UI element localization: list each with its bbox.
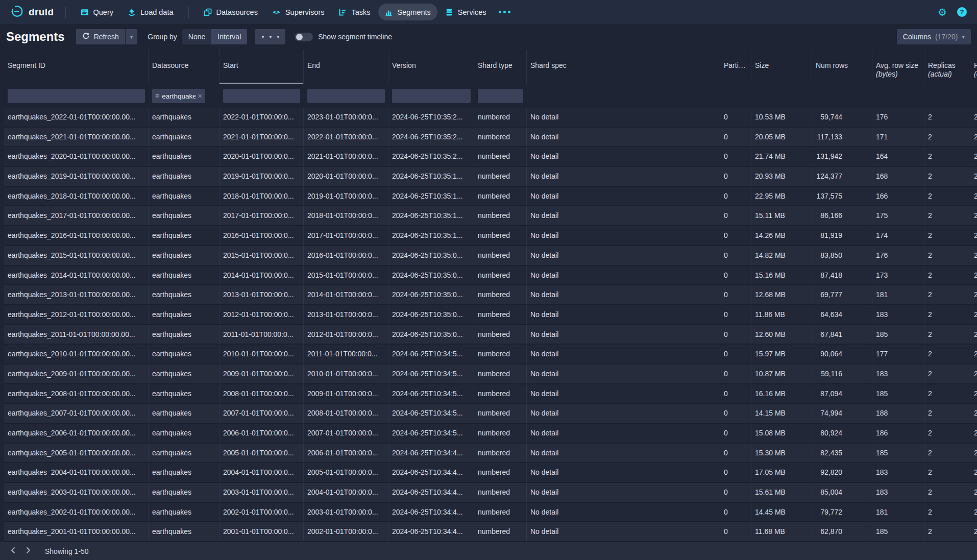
table-row[interactable]: earthquakes_2012-01-01T00:00:00.00... ea… bbox=[4, 305, 977, 325]
cell-shard-spec[interactable]: No detail bbox=[527, 128, 720, 147]
cell-end[interactable]: 2013-01-01T00:00:0... bbox=[304, 305, 388, 324]
cell-partition[interactable]: 0 bbox=[720, 463, 751, 482]
cell-num-rows[interactable]: 80,924 bbox=[812, 424, 872, 443]
cell-shard-type[interactable]: numbered bbox=[474, 128, 527, 147]
cell-datasource[interactable]: earthquakes bbox=[149, 503, 219, 522]
cell-shard-spec[interactable]: No detail bbox=[527, 226, 720, 245]
cell-size[interactable]: 17.05 MB bbox=[751, 463, 812, 482]
cell-datasource[interactable]: earthquakes bbox=[149, 246, 219, 265]
druid-brand[interactable]: druid bbox=[7, 5, 57, 20]
column-header-partition[interactable]: Partition bbox=[720, 50, 751, 84]
cell-shard-spec[interactable]: No detail bbox=[527, 147, 720, 166]
cell-avg-row-size[interactable]: 185 bbox=[872, 522, 924, 541]
cell-num-rows[interactable]: 74,994 bbox=[812, 404, 872, 423]
cell-partition[interactable]: 0 bbox=[720, 444, 751, 462]
cell-segment-id[interactable]: earthquakes_2005-01-01T00:00:00.00... bbox=[4, 444, 149, 462]
cell-start[interactable]: 2022-01-01T00:00:0... bbox=[219, 108, 304, 127]
cell-num-rows[interactable]: 67,841 bbox=[812, 325, 872, 344]
cell-shard-type[interactable]: numbered bbox=[474, 167, 527, 186]
cell-start[interactable]: 2017-01-01T00:00:0... bbox=[219, 206, 304, 225]
table-row[interactable]: earthquakes_2020-01-01T00:00:00.00... ea… bbox=[4, 147, 977, 167]
column-header-datasource[interactable]: Datasource bbox=[149, 50, 219, 84]
cell-segment-id[interactable]: earthquakes_2004-01-01T00:00:00.00... bbox=[4, 463, 149, 482]
cell-shard-type[interactable]: numbered bbox=[474, 285, 527, 304]
table-row[interactable]: earthquakes_2016-01-01T00:00:00.00... ea… bbox=[4, 226, 977, 246]
cell-segment-id[interactable]: earthquakes_2006-01-01T00:00:00.00... bbox=[4, 424, 149, 443]
cell-replicas[interactable]: 2 bbox=[924, 325, 970, 344]
cell-shard-type[interactable]: numbered bbox=[474, 206, 527, 225]
more-actions-button[interactable] bbox=[255, 29, 285, 44]
cell-shard-type[interactable]: numbered bbox=[474, 246, 527, 265]
cell-datasource[interactable]: earthquakes bbox=[149, 285, 219, 304]
cell-replication-factor[interactable]: 2 bbox=[970, 345, 977, 363]
cell-shard-type[interactable]: numbered bbox=[474, 305, 527, 324]
cell-avg-row-size[interactable]: 183 bbox=[872, 483, 924, 502]
cell-shard-type[interactable]: numbered bbox=[474, 424, 527, 443]
cell-replication-factor[interactable]: 2 bbox=[970, 483, 977, 502]
cell-shard-spec[interactable]: No detail bbox=[527, 503, 720, 522]
cell-datasource[interactable]: earthquakes bbox=[149, 305, 219, 324]
cell-segment-id[interactable]: earthquakes_2012-01-01T00:00:00.00... bbox=[4, 305, 149, 324]
cell-partition[interactable]: 0 bbox=[720, 404, 751, 423]
columns-button[interactable]: Columns (17/20) ▾ bbox=[897, 29, 971, 44]
cell-replicas[interactable]: 2 bbox=[924, 384, 970, 403]
cell-replicas[interactable]: 2 bbox=[924, 404, 970, 423]
cell-partition[interactable]: 0 bbox=[720, 128, 751, 147]
cell-replicas[interactable]: 2 bbox=[924, 167, 970, 186]
cell-size[interactable]: 21.74 MB bbox=[751, 147, 812, 166]
cell-partition[interactable]: 0 bbox=[720, 424, 751, 443]
cell-shard-spec[interactable]: No detail bbox=[527, 187, 720, 206]
cell-shard-type[interactable]: numbered bbox=[474, 226, 527, 245]
cell-shard-spec[interactable]: No detail bbox=[527, 206, 720, 225]
cell-shard-type[interactable]: numbered bbox=[474, 108, 527, 127]
cell-start[interactable]: 2020-01-01T00:00:0... bbox=[219, 147, 304, 166]
refresh-button[interactable]: Refresh bbox=[76, 29, 125, 44]
cell-avg-row-size[interactable]: 183 bbox=[872, 364, 924, 383]
cell-replication-factor[interactable]: 2 bbox=[970, 305, 977, 324]
cell-shard-spec[interactable]: No detail bbox=[527, 384, 720, 403]
next-page-button[interactable] bbox=[20, 545, 36, 557]
cell-start[interactable]: 2021-01-01T00:00:0... bbox=[219, 128, 304, 147]
cell-avg-row-size[interactable]: 185 bbox=[872, 384, 924, 403]
cell-replication-factor[interactable]: 2 bbox=[970, 444, 977, 462]
cell-end[interactable]: 2010-01-01T00:00:0... bbox=[304, 364, 388, 383]
cell-replicas[interactable]: 2 bbox=[924, 483, 970, 502]
cell-avg-row-size[interactable]: 164 bbox=[872, 147, 924, 166]
cell-partition[interactable]: 0 bbox=[720, 384, 751, 403]
cell-partition[interactable]: 0 bbox=[720, 147, 751, 166]
cell-shard-type[interactable]: numbered bbox=[474, 345, 527, 363]
cell-num-rows[interactable]: 81,919 bbox=[812, 226, 872, 245]
cell-start[interactable]: 2015-01-01T00:00:0... bbox=[219, 246, 304, 265]
cell-version[interactable]: 2024-06-25T10:34:5... bbox=[388, 424, 474, 443]
cell-datasource[interactable]: earthquakes bbox=[149, 404, 219, 423]
cell-num-rows[interactable]: 117,133 bbox=[812, 128, 872, 147]
cell-partition[interactable]: 0 bbox=[720, 266, 751, 285]
cell-replicas[interactable]: 2 bbox=[924, 206, 970, 225]
cell-start[interactable]: 2018-01-01T00:00:0... bbox=[219, 187, 304, 206]
cell-partition[interactable]: 0 bbox=[720, 325, 751, 344]
cell-num-rows[interactable]: 90,064 bbox=[812, 345, 872, 363]
cell-version[interactable]: 2024-06-25T10:35:1... bbox=[388, 226, 474, 245]
cell-end[interactable]: 2008-01-01T00:00:0... bbox=[304, 404, 388, 423]
cell-avg-row-size[interactable]: 183 bbox=[872, 305, 924, 324]
cell-start[interactable]: 2005-01-01T00:00:0... bbox=[219, 444, 304, 462]
cell-version[interactable]: 2024-06-25T10:34:4... bbox=[388, 444, 474, 462]
table-row[interactable]: earthquakes_2019-01-01T00:00:00.00... ea… bbox=[4, 167, 977, 187]
cell-datasource[interactable]: earthquakes bbox=[149, 206, 219, 225]
cell-datasource[interactable]: earthquakes bbox=[149, 108, 219, 127]
column-header-shard-type[interactable]: Shard type bbox=[474, 50, 527, 84]
cell-shard-spec[interactable]: No detail bbox=[527, 305, 720, 324]
more-nav-button[interactable] bbox=[494, 11, 516, 13]
cell-end[interactable]: 2015-01-01T00:00:0... bbox=[304, 266, 388, 285]
cell-segment-id[interactable]: earthquakes_2014-01-01T00:00:00.00... bbox=[4, 266, 149, 285]
cell-size[interactable]: 14.82 MB bbox=[751, 246, 812, 265]
table-row[interactable]: earthquakes_2008-01-01T00:00:00.00... ea… bbox=[4, 384, 977, 404]
cell-size[interactable]: 15.61 MB bbox=[751, 483, 812, 502]
cell-end[interactable]: 2018-01-01T00:00:0... bbox=[304, 206, 388, 225]
cell-shard-spec[interactable]: No detail bbox=[527, 424, 720, 443]
cell-avg-row-size[interactable]: 183 bbox=[872, 463, 924, 482]
column-header-shard-spec[interactable]: Shard spec bbox=[527, 50, 720, 84]
cell-replicas[interactable]: 2 bbox=[924, 463, 970, 482]
cell-version[interactable]: 2024-06-25T10:35:1... bbox=[388, 167, 474, 186]
cell-version[interactable]: 2024-06-25T10:34:4... bbox=[388, 522, 474, 541]
